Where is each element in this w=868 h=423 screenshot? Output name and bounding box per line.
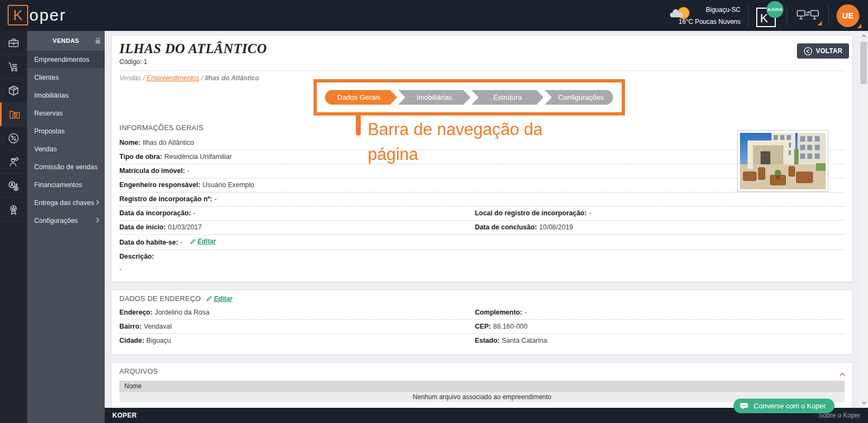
scrollbar-thumb[interactable]	[860, 42, 867, 84]
rail-item-cart[interactable]	[0, 55, 27, 79]
field-value: Santa Catarina	[502, 337, 547, 344]
files-table-header-nome[interactable]: Nome	[119, 381, 845, 392]
topbar-separator	[787, 5, 787, 26]
chat-button-label: Converse com o Koper	[754, 402, 826, 410]
field-label: CEP:	[475, 323, 491, 330]
endereco-row-bairro: Bairro:Vendaval CEP:88.160-000	[119, 320, 845, 334]
field-label: Descrição:	[119, 253, 154, 260]
edit-habite-se-link[interactable]: Editar	[190, 235, 216, 248]
back-button[interactable]: VOLTAR	[797, 43, 849, 59]
field-label: Data do habite-se:	[119, 239, 178, 246]
sidebar-item-propostas[interactable]: Propostas	[27, 122, 105, 140]
field-value: Vendaval	[144, 323, 171, 330]
sidebar-item-empreendimentos[interactable]: Empreendimentos	[27, 50, 105, 68]
field-value: -	[214, 195, 216, 203]
rail-item-partners[interactable]	[0, 174, 27, 198]
field-value: Ilhas do Atlântico	[143, 139, 194, 146]
field-value: -	[193, 209, 195, 217]
menu-item-label: Vendas	[34, 145, 57, 153]
menu-item-label: Imobiliárias	[34, 92, 68, 99]
ajuda-badge: AJUDA	[767, 1, 783, 18]
sidebar-item-reservas[interactable]: Reservas	[27, 104, 105, 122]
screens-menu-button[interactable]	[795, 5, 821, 27]
field-label: Complemento:	[475, 309, 522, 316]
briefcase-icon	[7, 36, 20, 49]
field-label: Cidade:	[119, 337, 144, 344]
field-label: Registro de incorporação nº:	[119, 195, 212, 203]
sidebar-item-financiamentos[interactable]: Financiamentos	[27, 176, 105, 194]
menu-item-label: Entrega das chaves	[34, 199, 94, 207]
weather-location: Biguaçu-SC	[706, 6, 741, 14]
breadcrumb-separator: /	[141, 74, 146, 82]
koper-logo[interactable]: K oper	[8, 5, 66, 25]
scroll-down-arrow[interactable]	[859, 399, 868, 407]
sidebar-item-clientes[interactable]: Clientes	[27, 68, 105, 86]
field-label: Data de conclusão:	[475, 223, 537, 231]
divider	[119, 70, 845, 71]
breadcrumb-current: Ilhas do Atlântico	[205, 74, 259, 82]
chevron-right-icon	[96, 199, 99, 207]
annotation-rectangle: Dados Gerais Imobiliárias Estrutura Conf…	[314, 79, 625, 116]
chat-button[interactable]: Converse com o Koper	[733, 399, 834, 413]
annotation-text: Barra de navegação da página	[368, 117, 585, 167]
rail-item-percent[interactable]	[0, 126, 27, 150]
tab-label: Configurações	[558, 93, 604, 101]
award-icon	[7, 203, 20, 216]
pencil-icon	[206, 296, 212, 302]
lock-icon	[95, 37, 101, 46]
info-row-engenheiro: Engenheiro responsável:Usuário Exemplo	[119, 178, 845, 193]
field-value: 10/08/2019	[539, 223, 573, 231]
tab-label: Estrutura	[493, 93, 522, 101]
chat-bubble-icon	[740, 402, 749, 410]
logo-k-icon: K	[8, 5, 28, 25]
help-button[interactable]: K AJUDA	[756, 4, 779, 27]
partners-icon	[7, 180, 20, 193]
menu-item-label: Configurações	[34, 217, 78, 225]
edit-endereco-link[interactable]: Editar	[206, 295, 232, 303]
field-value: Usuário Exemplo	[202, 181, 254, 189]
annotation-marker	[356, 116, 361, 136]
sidebar-item-vendas[interactable]: Vendas	[27, 140, 105, 158]
tab-label: Imobiliárias	[417, 93, 452, 101]
sidebar-item-imobiliarias[interactable]: Imobiliárias	[27, 86, 105, 104]
page-tabbar: Dados Gerais Imobiliárias Estrutura Conf…	[325, 90, 613, 105]
field-label: Tipo de obra:	[119, 153, 162, 161]
section-heading-dados-endereco: DADOS DE ENDEREÇO	[119, 294, 201, 303]
rail-item-engineer[interactable]	[0, 150, 27, 174]
back-circle-icon	[803, 47, 813, 56]
tab-configuracoes[interactable]: Configurações	[545, 90, 613, 105]
field-value: -	[589, 209, 591, 217]
dropdown-corner-icon	[857, 24, 861, 28]
rail-item-package[interactable]	[0, 79, 27, 102]
page-code: Código: 1	[119, 58, 845, 66]
scroll-up-arrow[interactable]	[859, 32, 868, 40]
tab-imobiliarias[interactable]: Imobiliárias	[398, 90, 470, 105]
sidebar-item-entrega-das-chaves[interactable]: Entrega das chaves	[27, 194, 105, 211]
field-value: Biguaçu	[146, 337, 171, 344]
menu-item-label: Clientes	[34, 74, 59, 81]
edit-link-label: Editar	[214, 295, 232, 303]
sidebar-item-configuracoes[interactable]: Configurações	[27, 211, 105, 229]
vertical-scrollbar[interactable]	[859, 31, 868, 408]
info-row-datas: Data de início:01/03/2017 Data de conclu…	[119, 221, 845, 235]
breadcrumb-link-empreendimentos[interactable]: Empreendimentos	[146, 74, 199, 82]
koper-app: { "topbar": { "logo_k": "K", "logo_rest"…	[0, 0, 868, 423]
collapse-section-button[interactable]	[839, 369, 846, 379]
info-row-registro-incorporacao: Registro de incorporação nº:-	[119, 193, 845, 207]
tab-dados-gerais[interactable]: Dados Gerais	[325, 90, 397, 105]
info-row-habite-se: Data do habite-se:- Editar	[119, 235, 845, 250]
back-button-label: VOLTAR	[816, 47, 843, 55]
tab-estrutura[interactable]: Estrutura	[471, 90, 544, 105]
footer-brand: KOPER	[112, 412, 137, 419]
sidebar-item-comissao-de-vendas[interactable]: Comissão de vendas	[27, 158, 105, 176]
topbar-separator	[748, 5, 749, 26]
field-value: -	[525, 309, 527, 316]
menu-item-label: Reservas	[34, 110, 63, 117]
rail-item-briefcase[interactable]	[0, 31, 27, 55]
topbar: K oper Biguaçu-SC 16°C Poucas Nuvens K A…	[0, 0, 868, 31]
rail-item-sales-folder[interactable]: $	[0, 102, 27, 126]
user-avatar[interactable]: UE	[837, 4, 859, 27]
field-label: Nome:	[119, 139, 141, 146]
rail-item-award[interactable]	[0, 198, 27, 222]
dropdown-corner-icon	[818, 21, 822, 25]
